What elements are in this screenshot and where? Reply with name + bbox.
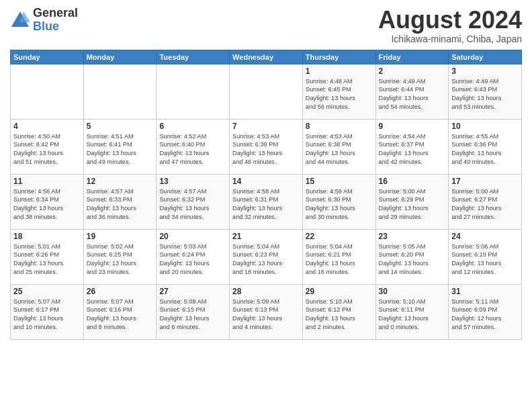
cell-content: Sunrise: 4:49 AM Sunset: 6:44 PM Dayligh… [379, 77, 446, 112]
day-number: 22 [306, 232, 373, 241]
day-number: 6 [159, 122, 226, 131]
header-saturday: Saturday [449, 50, 522, 64]
header-friday: Friday [375, 50, 449, 64]
day-number: 5 [87, 122, 154, 131]
day-number: 12 [87, 177, 154, 186]
calendar-cell: 31Sunrise: 5:11 AM Sunset: 6:09 PM Dayli… [449, 284, 522, 339]
cell-content: Sunrise: 5:11 AM Sunset: 6:09 PM Dayligh… [451, 298, 519, 332]
day-number: 29 [306, 287, 373, 296]
calendar-cell: 19Sunrise: 5:02 AM Sunset: 6:25 PM Dayli… [83, 229, 157, 284]
cell-content: Sunrise: 5:00 AM Sunset: 6:27 PM Dayligh… [451, 187, 519, 222]
cell-content: Sunrise: 4:53 AM Sunset: 6:38 PM Dayligh… [306, 132, 373, 167]
cell-content: Sunrise: 4:50 AM Sunset: 6:42 PM Dayligh… [13, 132, 81, 167]
header-wednesday: Wednesday [230, 50, 303, 64]
day-number: 24 [451, 232, 519, 241]
calendar-cell: 24Sunrise: 5:06 AM Sunset: 6:19 PM Dayli… [449, 229, 522, 284]
calendar-week-3: 11Sunrise: 4:56 AM Sunset: 6:34 PM Dayli… [11, 174, 522, 229]
header-monday: Monday [83, 50, 157, 64]
calendar-cell [11, 64, 84, 119]
calendar-cell: 18Sunrise: 5:01 AM Sunset: 6:26 PM Dayli… [11, 229, 84, 284]
calendar-week-2: 4Sunrise: 4:50 AM Sunset: 6:42 PM Daylig… [11, 119, 522, 174]
calendar-cell: 3Sunrise: 4:49 AM Sunset: 6:43 PM Daylig… [449, 64, 522, 119]
calendar-cell: 5Sunrise: 4:51 AM Sunset: 6:41 PM Daylig… [83, 119, 157, 174]
calendar-week-1: 1Sunrise: 4:48 AM Sunset: 6:45 PM Daylig… [11, 64, 522, 119]
calendar-cell: 17Sunrise: 5:00 AM Sunset: 6:27 PM Dayli… [449, 174, 522, 229]
cell-content: Sunrise: 4:53 AM Sunset: 6:39 PM Dayligh… [232, 132, 300, 167]
calendar-cell: 11Sunrise: 4:56 AM Sunset: 6:34 PM Dayli… [11, 174, 84, 229]
cell-content: Sunrise: 5:08 AM Sunset: 6:15 PM Dayligh… [159, 298, 226, 332]
calendar-cell: 6Sunrise: 4:52 AM Sunset: 6:40 PM Daylig… [157, 119, 230, 174]
cell-content: Sunrise: 5:01 AM Sunset: 6:26 PM Dayligh… [13, 242, 81, 277]
day-number: 31 [451, 287, 519, 296]
day-number: 3 [451, 66, 519, 76]
day-number: 9 [379, 122, 446, 131]
cell-content: Sunrise: 5:07 AM Sunset: 6:16 PM Dayligh… [87, 298, 154, 332]
day-number: 14 [232, 177, 300, 186]
calendar-cell: 12Sunrise: 4:57 AM Sunset: 6:33 PM Dayli… [83, 174, 157, 229]
calendar-cell: 26Sunrise: 5:07 AM Sunset: 6:16 PM Dayli… [83, 284, 157, 339]
day-number: 28 [232, 287, 300, 296]
header-row: Sunday Monday Tuesday Wednesday Thursday… [11, 50, 522, 64]
calendar-cell: 20Sunrise: 5:03 AM Sunset: 6:24 PM Dayli… [157, 229, 230, 284]
cell-content: Sunrise: 4:59 AM Sunset: 6:30 PM Dayligh… [306, 187, 373, 222]
day-number: 15 [306, 177, 373, 186]
calendar-cell [157, 64, 230, 119]
cell-content: Sunrise: 4:55 AM Sunset: 6:36 PM Dayligh… [451, 132, 519, 167]
cell-content: Sunrise: 5:10 AM Sunset: 6:11 PM Dayligh… [379, 298, 446, 332]
cell-content: Sunrise: 5:05 AM Sunset: 6:20 PM Dayligh… [379, 242, 446, 277]
day-number: 4 [13, 122, 81, 131]
calendar-cell: 7Sunrise: 4:53 AM Sunset: 6:39 PM Daylig… [230, 119, 303, 174]
day-number: 23 [379, 232, 446, 241]
cell-content: Sunrise: 5:09 AM Sunset: 6:13 PM Dayligh… [232, 298, 300, 332]
calendar-cell: 14Sunrise: 4:58 AM Sunset: 6:31 PM Dayli… [230, 174, 303, 229]
logo-blue: Blue [33, 20, 78, 34]
cell-content: Sunrise: 5:00 AM Sunset: 6:29 PM Dayligh… [379, 187, 446, 222]
day-number: 18 [13, 232, 81, 241]
cell-content: Sunrise: 4:48 AM Sunset: 6:45 PM Dayligh… [306, 77, 373, 112]
calendar-table: Sunday Monday Tuesday Wednesday Thursday… [10, 50, 522, 340]
title-area: August 2024 Ichikawa-minami, Chiba, Japa… [378, 7, 522, 44]
day-number: 11 [13, 177, 81, 186]
cell-content: Sunrise: 4:57 AM Sunset: 6:33 PM Dayligh… [87, 187, 154, 222]
cell-content: Sunrise: 5:06 AM Sunset: 6:19 PM Dayligh… [451, 242, 519, 277]
logo-icon [10, 10, 30, 30]
day-number: 7 [232, 122, 300, 131]
day-number: 16 [379, 177, 446, 186]
calendar-cell [230, 64, 303, 119]
cell-content: Sunrise: 5:04 AM Sunset: 6:21 PM Dayligh… [306, 242, 373, 277]
day-number: 1 [306, 66, 373, 76]
cell-content: Sunrise: 5:07 AM Sunset: 6:17 PM Dayligh… [13, 298, 81, 332]
calendar-cell: 22Sunrise: 5:04 AM Sunset: 6:21 PM Dayli… [302, 229, 375, 284]
cell-content: Sunrise: 5:02 AM Sunset: 6:25 PM Dayligh… [87, 242, 154, 277]
calendar-header: Sunday Monday Tuesday Wednesday Thursday… [11, 50, 522, 64]
day-number: 2 [379, 66, 446, 76]
location: Ichikawa-minami, Chiba, Japan [378, 34, 522, 44]
cell-content: Sunrise: 4:54 AM Sunset: 6:37 PM Dayligh… [379, 132, 446, 167]
calendar-cell: 21Sunrise: 5:04 AM Sunset: 6:23 PM Dayli… [230, 229, 303, 284]
calendar-cell: 8Sunrise: 4:53 AM Sunset: 6:38 PM Daylig… [302, 119, 375, 174]
calendar-cell: 10Sunrise: 4:55 AM Sunset: 6:36 PM Dayli… [449, 119, 522, 174]
day-number: 13 [159, 177, 226, 186]
calendar-body: 1Sunrise: 4:48 AM Sunset: 6:45 PM Daylig… [11, 64, 522, 339]
cell-content: Sunrise: 4:52 AM Sunset: 6:40 PM Dayligh… [159, 132, 226, 167]
header-thursday: Thursday [302, 50, 375, 64]
cell-content: Sunrise: 5:04 AM Sunset: 6:23 PM Dayligh… [232, 242, 300, 277]
calendar-cell: 9Sunrise: 4:54 AM Sunset: 6:37 PM Daylig… [375, 119, 449, 174]
calendar-cell: 2Sunrise: 4:49 AM Sunset: 6:44 PM Daylig… [375, 64, 449, 119]
calendar-cell: 27Sunrise: 5:08 AM Sunset: 6:15 PM Dayli… [157, 284, 230, 339]
header: General Blue August 2024 Ichikawa-minami… [10, 7, 522, 44]
calendar-cell: 15Sunrise: 4:59 AM Sunset: 6:30 PM Dayli… [302, 174, 375, 229]
calendar-cell: 1Sunrise: 4:48 AM Sunset: 6:45 PM Daylig… [302, 64, 375, 119]
calendar-cell: 25Sunrise: 5:07 AM Sunset: 6:17 PM Dayli… [11, 284, 84, 339]
cell-content: Sunrise: 4:56 AM Sunset: 6:34 PM Dayligh… [13, 187, 81, 222]
calendar-cell: 29Sunrise: 5:10 AM Sunset: 6:12 PM Dayli… [302, 284, 375, 339]
day-number: 17 [451, 177, 519, 186]
calendar-cell: 13Sunrise: 4:57 AM Sunset: 6:32 PM Dayli… [157, 174, 230, 229]
cell-content: Sunrise: 5:10 AM Sunset: 6:12 PM Dayligh… [306, 298, 373, 332]
cell-content: Sunrise: 4:58 AM Sunset: 6:31 PM Dayligh… [232, 187, 300, 222]
calendar-cell: 28Sunrise: 5:09 AM Sunset: 6:13 PM Dayli… [230, 284, 303, 339]
day-number: 26 [87, 287, 154, 296]
day-number: 25 [13, 287, 81, 296]
logo-general: General [33, 7, 78, 20]
day-number: 19 [87, 232, 154, 241]
